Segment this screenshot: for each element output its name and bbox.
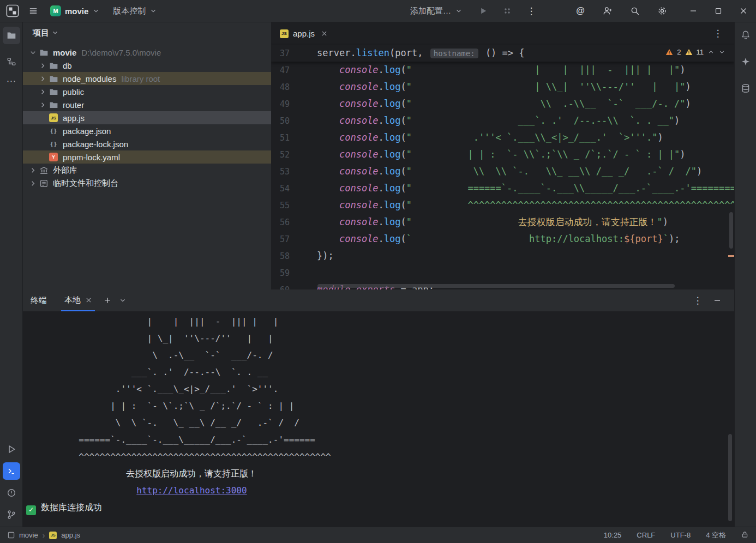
- file-encoding[interactable]: UTF-8: [670, 531, 691, 539]
- horizontal-scrollbar[interactable]: [317, 284, 675, 288]
- project-tool-icon[interactable]: [3, 27, 20, 44]
- ide-logo-icon[interactable]: [4, 3, 21, 19]
- run-tool-icon[interactable]: [3, 441, 20, 458]
- tree-item-package-json[interactable]: {}package.json: [23, 124, 271, 137]
- terminal-icon[interactable]: [3, 462, 20, 480]
- vertical-scrollbar[interactable]: [729, 212, 733, 249]
- tree-item-public[interactable]: public: [23, 85, 271, 98]
- chevron-right-icon[interactable]: [37, 75, 48, 83]
- line-number[interactable]: 57: [271, 234, 317, 244]
- tab-close-icon[interactable]: [319, 29, 329, 39]
- database-icon[interactable]: [738, 81, 753, 96]
- terminal-scrollbar[interactable]: [728, 434, 732, 521]
- minimize-icon[interactable]: [681, 0, 706, 22]
- indent-setting[interactable]: 4 空格: [706, 530, 726, 540]
- chevron-right-icon[interactable]: [37, 62, 48, 70]
- tree-item-node-modules[interactable]: node_moduleslibrary root: [23, 72, 271, 85]
- inspections-widget[interactable]: 2 11: [665, 48, 725, 56]
- terminal-options-icon[interactable]: [691, 293, 705, 307]
- line-number[interactable]: 56: [271, 218, 317, 227]
- code-text[interactable]: console.log(" | \\_| ''\\---/'' | |"): [317, 79, 691, 95]
- line-number[interactable]: 59: [271, 268, 317, 278]
- code-text[interactable]: console.log(" ======`-.____`-.___\\_____…: [317, 180, 734, 197]
- code-text[interactable]: console.log(" ___`. .' /--.--\\ `. . __"…: [317, 112, 680, 129]
- ai-assistant-icon[interactable]: [573, 3, 588, 19]
- caret-position[interactable]: 10:25: [604, 531, 622, 539]
- prev-problem-icon[interactable]: [707, 49, 715, 56]
- settings-gear-icon[interactable]: [655, 3, 670, 19]
- tree-item-app-js[interactable]: JSapp.js: [23, 111, 271, 124]
- lock-icon[interactable]: [741, 531, 748, 540]
- new-terminal-icon[interactable]: [100, 293, 115, 307]
- editor-options-icon[interactable]: [710, 26, 725, 41]
- main-menu-icon[interactable]: [25, 3, 41, 19]
- maximize-icon[interactable]: [706, 0, 731, 22]
- hide-terminal-icon[interactable]: [710, 293, 724, 307]
- terminal-dropdown-icon[interactable]: [116, 293, 130, 307]
- line-number[interactable]: 60: [271, 285, 317, 290]
- chevron-right-icon[interactable]: [27, 166, 38, 174]
- chevron-down-icon[interactable]: [27, 49, 38, 57]
- notifications-bell-icon[interactable]: [738, 27, 753, 43]
- terminal-output[interactable]: | | ||| - ||| | | | \_| ''\---/'' | | \ …: [23, 312, 734, 527]
- chevron-right-icon[interactable]: [37, 88, 48, 96]
- code-text[interactable]: });: [317, 248, 334, 264]
- chevron-right-icon[interactable]: [27, 179, 38, 188]
- code-text[interactable]: console.log(" .'''< `.___\\_<|>_/___.' `…: [317, 129, 663, 146]
- line-number[interactable]: 48: [271, 82, 317, 92]
- tab-app-js[interactable]: JS app.js: [271, 22, 334, 45]
- tree-item-package-lock-json[interactable]: {}package-lock.json: [23, 137, 271, 150]
- line-number[interactable]: 55: [271, 201, 317, 210]
- terminal-tab-local[interactable]: 本地: [61, 289, 95, 311]
- search-icon[interactable]: [627, 3, 643, 19]
- terminal-title[interactable]: 终端: [31, 295, 47, 306]
- project-widget[interactable]: M movie: [46, 3, 104, 19]
- tab-close-icon[interactable]: [86, 297, 92, 303]
- code-text[interactable]: console.log(" | | : `- \\`.;`\\ _ /`;.`/…: [317, 146, 686, 163]
- line-number[interactable]: 53: [271, 167, 317, 177]
- code-text[interactable]: console.log(` http://localhost:${port}`)…: [317, 231, 680, 248]
- code-text[interactable]: server.listen(port, hostname: () => {: [317, 45, 525, 62]
- collaborate-user-icon[interactable]: [600, 3, 615, 19]
- problems-icon[interactable]: [3, 484, 20, 502]
- more-actions-icon[interactable]: [524, 3, 539, 19]
- run-config-selector[interactable]: 添加配置…: [406, 4, 467, 19]
- code-line-58: 58});: [271, 248, 734, 264]
- line-ending[interactable]: CRLF: [637, 531, 655, 539]
- breadcrumb-file[interactable]: app.js: [61, 531, 80, 539]
- close-icon[interactable]: [731, 0, 756, 22]
- line-number[interactable]: 51: [271, 133, 317, 143]
- tree-item-scratches[interactable]: 临时文件和控制台: [23, 177, 271, 190]
- code-text[interactable]: console.log(" 去授权版启动成功，请支持正版！"): [317, 214, 668, 231]
- chevron-right-icon[interactable]: [37, 101, 48, 109]
- line-number[interactable]: 37: [271, 49, 317, 58]
- more-tool-windows-icon[interactable]: [3, 73, 20, 90]
- profiler-icon[interactable]: [500, 3, 515, 19]
- breadcrumb-project[interactable]: movie: [19, 531, 38, 539]
- vcs-widget[interactable]: 版本控制: [109, 4, 161, 19]
- code-text[interactable]: console.log(" \\ \\ `-. \\_ __\\ /__ _/ …: [317, 163, 702, 180]
- tree-item-router[interactable]: router: [23, 98, 271, 111]
- run-button[interactable]: [476, 3, 491, 19]
- line-number[interactable]: 49: [271, 99, 317, 109]
- tree-item-external-libraries[interactable]: 外部库: [23, 164, 271, 177]
- tree-item-pnpm-lock-yaml[interactable]: Ypnpm-lock.yaml: [23, 150, 271, 164]
- terminal-link[interactable]: http://localhost:3000: [136, 485, 247, 496]
- line-number[interactable]: 58: [271, 251, 317, 261]
- ai-assistant-tool-icon[interactable]: [738, 54, 753, 69]
- tree-item-movie-root[interactable]: movieD:\demo\v7.5.0\movie: [23, 46, 271, 59]
- git-branch-icon[interactable]: [3, 506, 20, 523]
- line-number[interactable]: 47: [271, 65, 317, 75]
- code-text[interactable]: console.log(" | | ||| - ||| | |"): [317, 62, 686, 79]
- tree-item-db[interactable]: db: [23, 59, 271, 72]
- next-problem-icon[interactable]: [718, 49, 725, 56]
- code-area[interactable]: 47 console.log(" | | ||| - ||| | |")48 c…: [271, 62, 734, 289]
- structure-icon[interactable]: [3, 53, 20, 70]
- line-number[interactable]: 50: [271, 116, 317, 126]
- project-panel-header[interactable]: 项目: [23, 22, 271, 43]
- line-number[interactable]: 52: [271, 150, 317, 160]
- sticky-line[interactable]: 37server.listen(port, hostname: () => {: [271, 45, 734, 62]
- code-text[interactable]: console.log(" ^^^^^^^^^^^^^^^^^^^^^^^^^^…: [317, 197, 734, 214]
- line-number[interactable]: 54: [271, 184, 317, 194]
- code-text[interactable]: console.log(" \\ .-\\__ `-` ___/-. /"): [317, 95, 691, 112]
